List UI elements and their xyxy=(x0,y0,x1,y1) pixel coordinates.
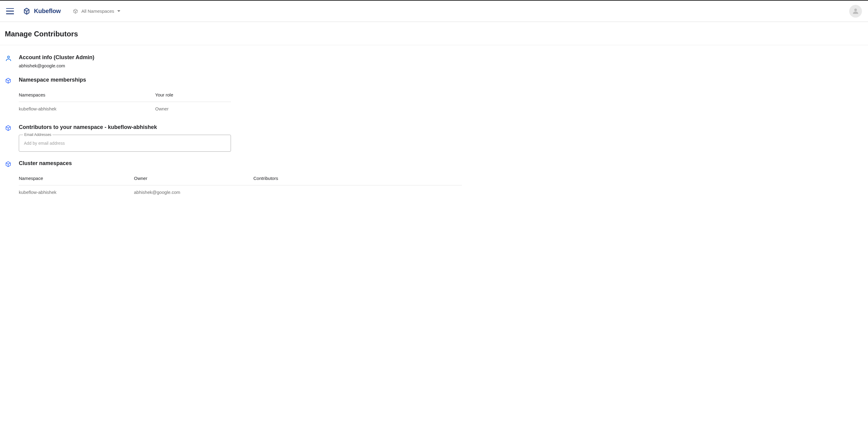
chevron-down-icon xyxy=(117,10,120,12)
svg-point-0 xyxy=(855,8,857,11)
table-row: kubeflow-abhishek abhishek@google.com xyxy=(19,185,462,199)
table-row: kubeflow-abhishek Owner xyxy=(19,102,231,116)
cube-icon xyxy=(5,160,12,199)
user-avatar[interactable] xyxy=(849,5,862,18)
cluster-col-owner: Owner xyxy=(134,176,253,181)
brand-name: Kubeflow xyxy=(34,7,61,15)
cube-icon xyxy=(73,8,78,14)
cluster-table-header: Namespace Owner Contributors xyxy=(19,171,462,185)
person-icon xyxy=(851,7,860,15)
membership-namespace: kubeflow-abhishek xyxy=(19,106,155,111)
cluster-heading: Cluster namespaces xyxy=(19,160,462,167)
email-field-label: Email Addresses xyxy=(23,133,53,137)
membership-role: Owner xyxy=(155,106,231,111)
namespace-memberships-section: Namespace memberships Namespaces Your ro… xyxy=(5,77,462,116)
svg-point-1 xyxy=(7,56,9,58)
hamburger-menu-icon[interactable] xyxy=(6,8,14,14)
person-outline-icon xyxy=(5,54,12,68)
email-field-container: Email Addresses xyxy=(19,135,231,152)
namespace-selector[interactable]: All Namespaces xyxy=(73,8,120,14)
main-content: Account info (Cluster Admin) abhishek@go… xyxy=(0,45,467,220)
memberships-table: Namespaces Your role kubeflow-abhishek O… xyxy=(19,88,231,116)
memberships-heading: Namespace memberships xyxy=(19,77,462,83)
email-input[interactable] xyxy=(19,135,231,152)
memberships-table-header: Namespaces Your role xyxy=(19,88,231,102)
memberships-col-role: Your role xyxy=(155,92,231,97)
brand-logo-group[interactable]: Kubeflow xyxy=(23,7,61,15)
cluster-namespace: kubeflow-abhishek xyxy=(19,190,134,195)
cluster-col-contributors: Contributors xyxy=(253,176,462,181)
account-info-section: Account info (Cluster Admin) abhishek@go… xyxy=(5,54,462,68)
namespace-selector-label: All Namespaces xyxy=(81,8,114,13)
cluster-table: Namespace Owner Contributors kubeflow-ab… xyxy=(19,171,462,199)
memberships-col-namespace: Namespaces xyxy=(19,92,155,97)
cluster-owner: abhishek@google.com xyxy=(134,190,253,195)
cube-icon xyxy=(5,77,12,116)
cluster-namespaces-section: Cluster namespaces Namespace Owner Contr… xyxy=(5,160,462,199)
cube-icon xyxy=(5,124,12,152)
app-header: Kubeflow All Namespaces xyxy=(0,1,868,22)
page-title: Manage Contributors xyxy=(0,22,868,45)
account-info-heading: Account info (Cluster Admin) xyxy=(19,54,462,61)
contributors-section: Contributors to your namespace - kubeflo… xyxy=(5,124,462,152)
account-email: abhishek@google.com xyxy=(19,63,462,68)
contributors-heading: Contributors to your namespace - kubeflo… xyxy=(19,124,462,131)
cluster-contributors xyxy=(253,190,462,195)
kubeflow-logo-icon xyxy=(23,7,30,15)
cluster-col-namespace: Namespace xyxy=(19,176,134,181)
